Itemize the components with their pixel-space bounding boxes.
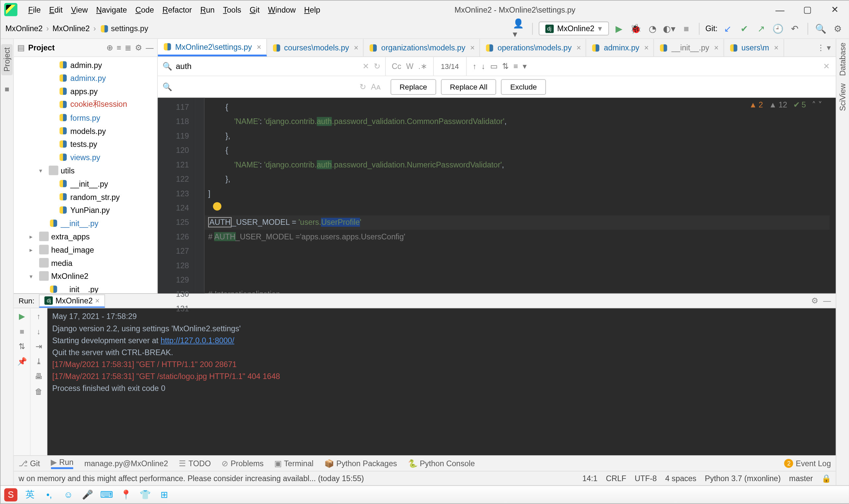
tool-pythonpackages[interactable]: 📦Python Packages [324, 459, 397, 468]
find-history-icon[interactable]: ↻ [374, 62, 380, 71]
match-case-icon[interactable]: Cc [392, 62, 401, 71]
tool-pythonconsole[interactable]: 🐍Python Console [408, 459, 475, 468]
close-tab-icon[interactable]: × [644, 43, 649, 52]
tree-item[interactable]: admin.py [14, 58, 157, 71]
tree-item[interactable]: ▸extra_apps [14, 230, 157, 243]
replace-input[interactable] [176, 82, 360, 91]
editor-tab[interactable]: courses\models.py× [267, 39, 364, 56]
soft-wrap-icon[interactable]: ⇥ [35, 342, 42, 351]
find-input[interactable] [176, 62, 362, 71]
git-history-icon[interactable]: 🕘 [771, 22, 785, 35]
funnel-icon[interactable]: ▾ [523, 62, 527, 71]
git-commit-icon[interactable]: ✔ [738, 22, 751, 35]
tree-item[interactable]: models.py [14, 124, 157, 137]
breadcrumb-seg[interactable]: settings.py [100, 23, 148, 33]
menu-refactor[interactable]: Refactor [159, 3, 196, 16]
prev-match-icon[interactable]: ↑ [473, 62, 476, 71]
ime-keyboard-icon[interactable]: ⌨ [100, 488, 113, 501]
menu-run[interactable]: Run [197, 3, 218, 16]
add-selection-icon[interactable]: ⇅ [502, 62, 509, 71]
close-tab-icon[interactable]: × [257, 42, 261, 51]
status-right[interactable]: 14:1CRLFUTF-84 spacesPython 3.7 (mxonlin… [574, 474, 831, 483]
tree-item[interactable]: ▾utils [14, 164, 157, 177]
tool-terminal[interactable]: ▣Terminal [274, 459, 313, 468]
ime-skin-icon[interactable]: 👕 [139, 488, 152, 501]
menu-navigate[interactable]: Navigate [92, 3, 131, 16]
breadcrumb-seg[interactable]: MxOnline2 [52, 24, 90, 33]
coverage-button[interactable]: ◔ [646, 22, 659, 35]
main-menu[interactable]: FileEditViewNavigateCodeRefactorRunTools… [24, 3, 324, 16]
ime-pin-icon[interactable]: 📍 [120, 488, 133, 501]
git-revert-icon[interactable]: ↶ [788, 22, 801, 35]
menu-view[interactable]: View [67, 3, 91, 16]
tree-item[interactable]: __init__.py [14, 177, 157, 190]
tool-todo[interactable]: ☰TODO [179, 459, 211, 468]
tree-item[interactable]: __init__.py [14, 283, 157, 293]
search-everywhere-icon[interactable]: 🔍 [814, 22, 828, 35]
pin-icon[interactable]: 📌 [17, 357, 27, 366]
intention-bulb-icon[interactable] [213, 202, 221, 211]
menu-window[interactable]: Window [264, 3, 299, 16]
git-update-icon[interactable]: ↙ [721, 22, 734, 35]
regex-icon[interactable]: .∗ [418, 62, 427, 71]
sogou-icon[interactable]: S [4, 488, 18, 501]
project-view-icon[interactable]: ▤ [17, 43, 24, 52]
tree-item[interactable]: views.py [14, 150, 157, 164]
exclude-button[interactable]: Exclude [501, 79, 546, 94]
tree-settings-icon[interactable]: ⚙ [135, 43, 142, 52]
minimize-button[interactable]: — [766, 1, 794, 19]
add-config-icon[interactable]: 👤▾ [513, 22, 526, 35]
up-icon[interactable]: ↑ [37, 312, 41, 321]
tree-item[interactable]: ▸head_image [14, 243, 157, 256]
run-config-selector[interactable]: dj MxOnline2 ▾ [539, 21, 609, 35]
rerun-icon[interactable]: ▶ [19, 312, 25, 321]
editor-tab[interactable]: __init__.py× [654, 39, 724, 56]
replace-all-button[interactable]: Replace All [441, 79, 496, 94]
close-find-icon[interactable]: ✕ [823, 62, 830, 71]
bookmarks-icon[interactable]: ■ [5, 85, 9, 94]
tabs-more-icon[interactable]: ⋮ ▾ [812, 39, 836, 56]
filter-icon[interactable]: ≡ [513, 62, 518, 71]
editor-tab[interactable]: organizations\models.py× [364, 39, 480, 56]
debug-button[interactable]: 🐞 [629, 22, 643, 35]
select-all-icon[interactable]: ▭ [490, 62, 498, 71]
stop-run-icon[interactable]: ■ [20, 327, 24, 336]
hide-run-icon[interactable]: — [823, 296, 831, 305]
words-icon[interactable]: W [406, 62, 413, 71]
tree-item[interactable]: adminx.py [14, 71, 157, 85]
ime-toolbox-icon[interactable]: ⊞ [158, 488, 171, 501]
close-tab-icon[interactable]: × [354, 43, 359, 52]
tree-item[interactable]: media [14, 256, 157, 269]
ime-punct-icon[interactable]: •, [42, 488, 56, 501]
tree-item[interactable]: cookie和session [14, 98, 157, 111]
editor-tab[interactable]: adminx.py× [586, 39, 654, 56]
clear-find-icon[interactable]: ✕ [362, 62, 369, 71]
down-icon[interactable]: ↓ [37, 327, 41, 336]
breadcrumb-seg[interactable]: MxOnline2 [5, 24, 42, 33]
event-log-button[interactable]: 2Event Log [784, 459, 831, 468]
clear-icon[interactable]: 🗑 [35, 387, 43, 396]
replace-button[interactable]: Replace [391, 79, 436, 94]
settings-icon[interactable]: ⚙ [831, 22, 844, 35]
ime-emoji-icon[interactable]: ☺ [62, 488, 75, 501]
ime-voice-icon[interactable]: 🎤 [81, 488, 94, 501]
menu-edit[interactable]: Edit [46, 3, 66, 16]
menu-tools[interactable]: Tools [219, 3, 245, 16]
close-tab-icon[interactable]: × [714, 43, 719, 52]
layout-icon[interactable]: ⇅ [19, 342, 25, 351]
breadcrumb[interactable]: MxOnline2›MxOnline2›settings.py [5, 23, 148, 33]
preserve-case-icon[interactable]: Aᴀ [371, 82, 381, 91]
profile-button[interactable]: ◐▾ [663, 22, 676, 35]
stop-button[interactable]: ■ [680, 22, 693, 35]
tool-problems[interactable]: ⊘Problems [221, 459, 263, 468]
tool-run[interactable]: ▶Run [51, 457, 73, 469]
menu-file[interactable]: File [24, 3, 44, 16]
tree-item[interactable]: ▾MxOnline2 [14, 269, 157, 283]
tree-item[interactable]: YunPian.py [14, 203, 157, 217]
tree-item[interactable]: apps.py [14, 85, 157, 98]
next-match-icon[interactable]: ↓ [481, 62, 485, 71]
close-button[interactable]: ✕ [821, 1, 849, 19]
run-tab[interactable]: dj MxOnline2 × [39, 294, 105, 307]
tree-item[interactable]: tests.py [14, 137, 157, 150]
replace-history-icon[interactable]: ↻ [360, 82, 366, 91]
